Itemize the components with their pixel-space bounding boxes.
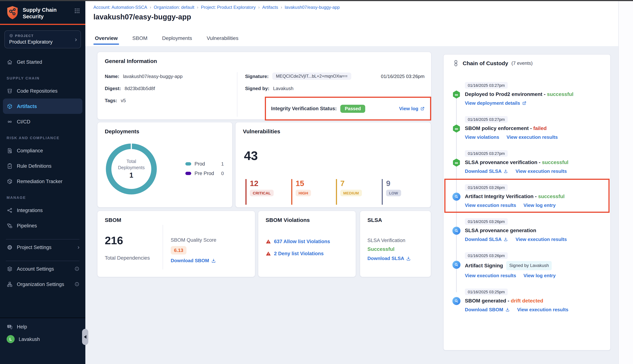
nav-section-heading-supply-chain: SUPPLY CHAIN [6, 76, 85, 80]
violation-link-637-allow-list-violations[interactable]: 637 Allow list Violations [274, 239, 330, 244]
ssca-magnifier-icon [452, 261, 460, 269]
event-link-view-log-entry[interactable]: View log entry [524, 273, 556, 278]
custody-event-slsa-provenance-verification: 01/16/2025 03:27pm∞SLSA provenance verif… [452, 150, 606, 174]
event-links: View execution resultsView log entry [465, 202, 606, 208]
download-icon [504, 237, 508, 242]
severity-badge: MEDIUM [340, 190, 362, 196]
event-status: failed [533, 125, 546, 132]
sidebar-collapse-handle[interactable] [82, 329, 88, 345]
content: General Information Name: lavakush07/eas… [85, 46, 633, 364]
chain-icon [452, 60, 459, 67]
sidebar-item-code-repositories[interactable]: Code Repositories [0, 83, 85, 98]
signed-by-badge: Signed by Lavakush [506, 261, 552, 270]
event-link-view-execution-results[interactable]: View execution results [465, 202, 516, 208]
event-title: Artifact SigningSigned by Lavakush [465, 261, 606, 270]
legend-label: Pre Prod [194, 171, 214, 176]
sidebar-item-integrations[interactable]: Integrations [0, 202, 85, 218]
donut-total-value: 1 [129, 172, 133, 180]
breadcrumb-separator-icon: › [281, 5, 282, 10]
module-grid-icon[interactable] [74, 8, 80, 14]
cube-icon [6, 103, 13, 109]
breadcrumb-link-account-automation-ssca[interactable]: Account: Automation-SSCA [94, 5, 147, 10]
help-button[interactable]: ? Help [0, 320, 85, 333]
event-link-label: View log entry [524, 202, 556, 208]
event-link-view-execution-results[interactable]: View execution results [506, 134, 558, 140]
custody-event-sbom-policy-enforcement: 01/16/2025 03:27pm∞SBOM policy enforceme… [452, 116, 606, 140]
event-title-text: SLSA provenance generation [465, 227, 536, 234]
home-icon [6, 59, 13, 65]
tab-overview[interactable]: Overview [94, 29, 118, 46]
event-title: SBOM policy enforcement - failed [465, 125, 606, 132]
signature-label: Signature: [245, 74, 269, 79]
tab-sbom[interactable]: SBOM [132, 29, 148, 46]
breadcrumb-link-artifacts[interactable]: Artifacts [262, 5, 278, 10]
digest-value: 8d23bd3b5d8f [124, 86, 155, 91]
event-link-view-deployment-details[interactable]: View deployment details [465, 100, 527, 106]
chevron-right-icon: › [75, 36, 77, 42]
event-timestamp: 01/16/2025 03:26pm [465, 184, 508, 191]
view-log-link[interactable]: View log [399, 106, 425, 111]
sidebar-item-rule-definitions[interactable]: Rule Definitions [0, 158, 85, 174]
breadcrumb-separator-icon: › [197, 5, 198, 10]
sidebar-item-account-settings[interactable]: Account Settings [0, 261, 85, 276]
sbom-total-label: Total Dependencies [105, 255, 150, 261]
app-logo-shield-icon [6, 6, 19, 20]
pipeline-icon [6, 222, 13, 229]
chain-of-custody-panel: Chain of Custody (7 events) 01/16/2025 0… [443, 54, 611, 350]
event-timestamp: 01/16/2025 03:26pm [465, 218, 508, 225]
sidebar-item-organization-settings[interactable]: Organization Settings [0, 276, 85, 292]
sidebar-item-label: Organization Settings [17, 282, 64, 287]
brand-accent-line [0, 24, 85, 25]
event-link-view-log-entry[interactable]: View log entry [524, 202, 556, 208]
event-link-download-slsa[interactable]: Download SLSA [465, 168, 508, 174]
download-slsa-link[interactable]: Download SLSA [368, 256, 411, 261]
sidebar-item-project-settings[interactable]: Project Settings› [0, 240, 85, 255]
event-status: successful [547, 91, 574, 98]
collapse-arrow-icon [84, 335, 86, 339]
ssca-magnifier-icon [452, 192, 460, 201]
legend-item-pre-prod: Pre Prod0 [185, 171, 224, 176]
breadcrumb-link-lavakush07-easy-buggy-app[interactable]: lavakush07/easy-buggy-app [285, 5, 340, 10]
breadcrumb-link-project-product-exploratory[interactable]: Project: Product Exploratory [201, 5, 256, 10]
general-information-card: General Information Name: lavakush07/eas… [97, 52, 432, 120]
event-link-view-violations[interactable]: View violations [465, 134, 499, 140]
breadcrumb-link-organization-default[interactable]: Organization: default [154, 5, 194, 10]
event-link-label: View execution results [517, 307, 568, 312]
sidebar-item-compliance[interactable]: Compliance [0, 143, 85, 158]
tab-vulnerabilities[interactable]: Vulnerabilities [206, 29, 239, 46]
event-link-download-sbom[interactable]: Download SBOM [465, 307, 510, 312]
tab-deployments[interactable]: Deployments [161, 29, 193, 46]
event-link-view-execution-results[interactable]: View execution results [517, 307, 568, 312]
event-title: Deployed to Prod2 environment - successf… [465, 91, 606, 98]
tab-bar: OverviewSBOMDeploymentsVulnerabilities [85, 27, 633, 46]
layers-icon [6, 266, 13, 272]
severity-count: 9 [386, 179, 401, 188]
sidebar-item-label: Code Repositories [17, 88, 58, 94]
sidebar-item-remediation-tracker[interactable]: Remediation Tracker [0, 174, 85, 189]
event-title-text: SLSA provenance verification [465, 159, 538, 166]
card-title: General Information [105, 58, 157, 64]
download-sbom-link[interactable]: Download SBOM [171, 258, 216, 263]
event-link-view-execution-results[interactable]: View execution results [465, 273, 516, 278]
event-links: View violationsView execution results [465, 134, 606, 140]
sidebar-nav: Get StartedSUPPLY CHAINCode Repositories… [0, 54, 85, 233]
severity-medium: 7MEDIUM [336, 179, 362, 205]
event-timestamp: 01/16/2025 03:25pm [465, 288, 508, 295]
project-selector[interactable]: PROJECT Product Exploratory › [4, 30, 81, 48]
event-link-view-execution-results[interactable]: View execution results [516, 236, 567, 242]
sidebar-item-ci-cd[interactable]: CI/CD [0, 114, 85, 129]
sidebar-item-artifacts[interactable]: Artifacts [3, 98, 82, 114]
chain-of-custody-count: (7 events) [512, 60, 533, 66]
sidebar-item-label: CI/CD [17, 119, 30, 124]
user-menu[interactable]: L Lavakush [0, 333, 85, 345]
event-title-separator: - [534, 193, 538, 200]
severity-badge: HIGH [296, 190, 311, 196]
event-link-view-execution-results[interactable]: View execution results [516, 168, 567, 174]
event-link-download-slsa[interactable]: Download SLSA [465, 236, 508, 242]
sidebar-item-get-started[interactable]: Get Started [0, 54, 85, 70]
event-link-label: Download SLSA [465, 236, 502, 242]
sidebar-item-pipelines[interactable]: Pipelines [0, 218, 85, 233]
signature-value: MEQCICde2VjIT...bL+2+mqnOXw== [272, 72, 351, 80]
cd-hexagon-icon: ∞ [452, 158, 460, 166]
violation-link-2-deny-list-violations[interactable]: 2 Deny list Violations [274, 251, 324, 256]
